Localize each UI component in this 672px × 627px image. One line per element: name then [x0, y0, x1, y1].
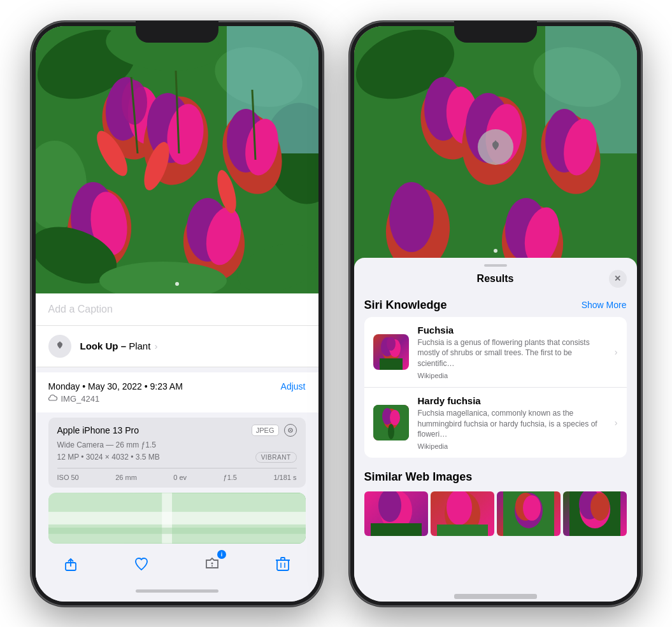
- svg-point-88: [590, 493, 610, 521]
- hardy-thumbnail: [373, 405, 409, 440]
- similar-grid: [364, 491, 627, 536]
- hardy-fuchsia-result[interactable]: Hardy fuchsia Fuchsia magellanica, commo…: [364, 388, 627, 458]
- results-sheet: Results ✕ Siri Knowledge Show More: [354, 258, 637, 602]
- filename: IMG_4241: [61, 394, 100, 404]
- photo-area[interactable]: [36, 26, 318, 293]
- fuchsia-thumbnail: [373, 334, 409, 370]
- notch: [136, 21, 218, 43]
- camera-spec: Wide Camera — 26 mm ƒ1.5: [57, 440, 297, 449]
- cloud-icon: [48, 395, 57, 402]
- right-notch: [454, 21, 537, 43]
- similar-header: Similar Web Images: [364, 463, 627, 489]
- shutter-speed: 1/181 s: [273, 474, 296, 481]
- right-home-indicator: [454, 594, 537, 599]
- favorite-button[interactable]: [129, 551, 154, 577]
- fuchsia-result[interactable]: Fuchsia Fuchsia is a genus of flowering …: [364, 317, 627, 388]
- camera-icon: [284, 424, 297, 437]
- caption-placeholder[interactable]: Add a Caption: [48, 304, 113, 314]
- left-phone: Add a Caption Look Up – Plant › Monday •…: [31, 21, 324, 607]
- similar-image-2[interactable]: [431, 491, 494, 536]
- svg-rect-42: [277, 560, 289, 570]
- photo-date: Monday • May 30, 2022 • 9:23 AM: [48, 381, 183, 391]
- similar-section: Similar Web Images: [364, 463, 627, 536]
- device-badges: JPEG: [252, 424, 297, 437]
- caption-area[interactable]: Add a Caption: [36, 293, 318, 326]
- fuchsia-info: Fuchsia Fuchsia is a genus of flowering …: [418, 325, 606, 379]
- similar-image-4[interactable]: [563, 491, 627, 536]
- sheet-header: Results ✕: [354, 267, 637, 291]
- flower-image: [36, 26, 318, 293]
- camera-specs: Wide Camera — 26 mm ƒ1.5 12 MP • 3024 × …: [57, 440, 297, 481]
- results-photo: [354, 26, 637, 268]
- siri-badge: [478, 129, 513, 165]
- bottom-toolbar: i: [36, 544, 318, 589]
- jpeg-badge: JPEG: [252, 425, 279, 436]
- info-button[interactable]: i: [199, 551, 225, 577]
- info-badge-dot: i: [217, 550, 226, 559]
- svg-rect-77: [371, 523, 422, 536]
- aperture: ƒ1.5: [224, 474, 237, 481]
- svg-point-73: [390, 410, 400, 425]
- similar-title: Similar Web Images: [364, 470, 473, 484]
- share-button[interactable]: [58, 551, 83, 577]
- fuchsia-chevron: ›: [615, 347, 618, 357]
- home-indicator: [136, 589, 218, 593]
- iso: ISO 50: [57, 474, 79, 481]
- show-more-button[interactable]: Show More: [582, 300, 627, 310]
- left-screen: Add a Caption Look Up – Plant › Monday •…: [36, 26, 318, 602]
- results-content: Siri Knowledge Show More: [354, 291, 637, 594]
- right-photo-indicator: [494, 249, 497, 253]
- svg-rect-80: [437, 525, 488, 536]
- specs-row: 12 MP • 3024 × 4032 • 3.5 MB VIBRANT: [57, 452, 297, 463]
- siri-knowledge-title: Siri Knowledge: [364, 299, 447, 312]
- fuchsia-source: Wikipedia: [418, 372, 606, 379]
- focal-length: 26 mm: [115, 474, 137, 481]
- resolution: 12 MP • 3024 × 4032 • 3.5 MB: [57, 453, 160, 461]
- meta-section: Monday • May 30, 2022 • 9:23 AM Adjust I…: [36, 372, 318, 412]
- vibrant-badge: VIBRANT: [255, 452, 297, 463]
- lookup-icon: [48, 335, 71, 358]
- hardy-fuchsia-title: Hardy fuchsia: [418, 395, 606, 406]
- exif-row: ISO 50 26 mm 0 ev ƒ1.5 1/181 s: [57, 468, 297, 481]
- results-card: Fuchsia Fuchsia is a genus of flowering …: [364, 317, 627, 458]
- svg-rect-69: [380, 358, 403, 370]
- info-section: Add a Caption Look Up – Plant › Monday •…: [36, 293, 318, 602]
- lookup-area[interactable]: Look Up – Plant ›: [36, 326, 318, 367]
- close-button[interactable]: ✕: [609, 270, 627, 288]
- device-section: Apple iPhone 13 Pro JPEG Wide Camera — 2…: [48, 418, 306, 488]
- svg-point-84: [523, 495, 541, 521]
- photo-indicator: [175, 282, 179, 286]
- svg-point-74: [388, 424, 394, 439]
- svg-rect-37: [48, 527, 306, 533]
- hardy-fuchsia-chevron: ›: [615, 418, 618, 428]
- hardy-fuchsia-source: Wikipedia: [418, 442, 606, 450]
- fuchsia-title: Fuchsia: [418, 325, 606, 335]
- svg-point-33: [290, 430, 291, 431]
- svg-point-68: [387, 337, 396, 351]
- device-name: Apple iPhone 13 Pro: [57, 425, 139, 435]
- right-phone: Results ✕ Siri Knowledge Show More: [349, 21, 642, 607]
- filename-row: IMG_4241: [48, 394, 306, 404]
- svg-rect-36: [162, 493, 172, 543]
- lookup-label: Look Up – Plant ›: [80, 341, 158, 351]
- svg-rect-35: [48, 512, 306, 525]
- svg-point-61: [389, 182, 434, 252]
- delete-button[interactable]: [270, 551, 296, 577]
- svg-rect-44: [281, 558, 285, 560]
- right-screen: Results ✕ Siri Knowledge Show More: [354, 26, 637, 602]
- hardy-fuchsia-description: Fuchsia magellanica, commonly known as t…: [418, 408, 606, 440]
- siri-knowledge-header: Siri Knowledge Show More: [364, 291, 627, 317]
- similar-image-3[interactable]: [497, 491, 561, 536]
- exposure-value: 0 ev: [173, 474, 187, 481]
- adjust-button[interactable]: Adjust: [281, 381, 306, 391]
- sheet-title: Results: [477, 273, 514, 285]
- fuchsia-description: Fuchsia is a genus of flowering plants t…: [418, 337, 606, 369]
- svg-point-40: [211, 562, 213, 564]
- map-area[interactable]: [48, 493, 306, 544]
- hardy-fuchsia-info: Hardy fuchsia Fuchsia magellanica, commo…: [418, 395, 606, 450]
- similar-image-1[interactable]: [364, 491, 428, 536]
